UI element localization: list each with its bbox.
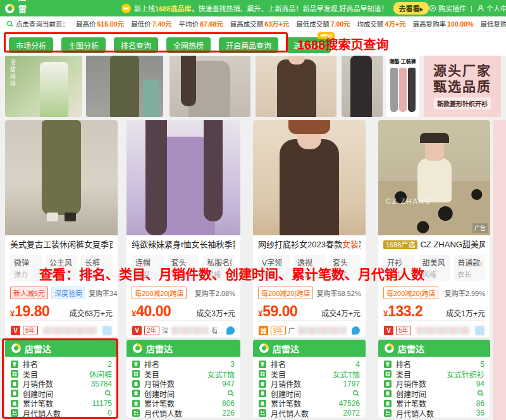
dianleida-data-panel: 店雷达 排名5 类目女式针织衫 月销件数94 创建时间 累计笔数86 月代销人数… [378, 340, 490, 417]
divider: | [471, 4, 472, 12]
product-selection-analysis-button[interactable]: 选品分析 NEW [287, 37, 331, 53]
dianleida-data-panel: 店雷达 排名4 类目女式T恤 月销件数1797 创建时间 累计笔数47526 月… [253, 340, 366, 417]
attribute-tag: 甜美风风格 [419, 255, 450, 281]
document-icon [11, 400, 18, 407]
stat-min-price: 最低价7.40元 [131, 19, 171, 28]
dianleida-logo-icon [11, 343, 21, 353]
seller-row[interactable]: V 8年 [10, 320, 113, 337]
main-image-analysis-button[interactable]: 主图分析 [61, 37, 106, 53]
product-thumbnail[interactable] [170, 56, 250, 117]
panel-title: 店雷达 [146, 342, 173, 355]
product-photo[interactable] [253, 120, 366, 235]
product-title[interactable]: 美式复古工装休闲裤女夏季百搭直筒 [10, 239, 113, 250]
go-see-button[interactable]: 去看看▸ [393, 2, 429, 15]
product-thumbnail[interactable] [86, 56, 163, 117]
grid-icon [132, 370, 140, 378]
stat-max-repurchase: 最高复购率100.00% [413, 19, 474, 28]
rank-query-button[interactable]: 排名查询 [114, 37, 158, 53]
panel-row-category: 类目女式T恤 [132, 369, 235, 380]
profile-link[interactable]: 个人中心 [477, 3, 506, 13]
seller-name-suffix: 有... [211, 325, 224, 335]
search-icon[interactable] [227, 390, 235, 397]
product-photo[interactable]: CZ ZHANG 广告 [378, 120, 490, 235]
panel-header: 店雷达 [378, 340, 490, 357]
product-title[interactable]: 纯欲辣妹紧身t恤女长袖秋季新款连帽 [132, 239, 235, 250]
seller-logo-icon [102, 326, 112, 335]
stat-avg-price: 平均价87.68元 [179, 19, 223, 28]
product-title[interactable]: 网纱打底衫女2023春款女装新款交叉 [258, 239, 361, 250]
search-icon[interactable] [352, 390, 360, 397]
repurchase-rate: 复购率2.08% [195, 288, 235, 298]
panel-header: 店雷达 [5, 340, 118, 357]
results-area: 清甜妹妹 潮酷·工装裤 源头厂家 甄选品质 [0, 56, 506, 420]
seller-years-badge: 5年 [396, 326, 411, 335]
buy-plugin-link[interactable]: 购买插件 [429, 3, 466, 13]
panel-row-category: 类目女式T恤 [259, 369, 360, 380]
header-links: 购买插件 | 个人中心 | 微信客服 [429, 2, 506, 15]
pants-graphic [390, 68, 416, 112]
trophy-icon [132, 361, 140, 368]
attribute-tag: 微弹弹力 [10, 255, 42, 281]
dianleida-logo-icon [133, 343, 142, 353]
side-ad-column [493, 120, 506, 420]
product-photo[interactable] [126, 120, 240, 235]
panel-row-create-time: 创建时间 [132, 389, 235, 399]
seller-v-icon: V [132, 326, 142, 335]
price-row: ¥ 40.00 成交3万+元 [132, 303, 235, 320]
attribute-tags: 连帽帽型 套头款式 私服名媛风格 [132, 255, 235, 281]
search-icon[interactable] [104, 390, 112, 397]
product-thumbnail[interactable]: 清甜妹妹 [5, 56, 82, 117]
ad-line1: 源头厂家 [433, 63, 491, 78]
open-product-query-button[interactable]: 开启商品查询 [219, 37, 278, 53]
market-analysis-button[interactable]: 市场分析 [9, 37, 53, 53]
coupon-row: 每200减20|跨店 复购率2.08% [132, 287, 235, 299]
search-icon[interactable] [477, 390, 484, 397]
price-row: ¥ 133.2 成交1万+元 [383, 303, 485, 320]
hot-list-button[interactable]: 全网热榜 [166, 37, 211, 53]
grid-icon [384, 370, 392, 378]
seller-row[interactable]: 诚 9年 广 [258, 320, 361, 337]
stat-max-turnover: 最高成交额63万+元 [230, 19, 289, 28]
seller-cheng-icon: 诚 [259, 326, 268, 335]
stats-prefix: 点击查询当前页： [6, 19, 69, 28]
attribute-tag: 套头款式 [168, 255, 200, 281]
coupon-row: 每200减20|跨店 复购率2.99% [383, 287, 485, 299]
turnover-amount: 成交3万+元 [196, 307, 235, 318]
product-thumbnail[interactable]: 潮酷·工装裤 [386, 56, 419, 117]
coupon-badge: 新人减5元 [10, 287, 48, 299]
product-photo[interactable] [5, 120, 118, 235]
coupon-badge: 每200减20|跨店 [383, 287, 438, 299]
document-icon [384, 400, 392, 407]
attribute-tags: V字领领型 透视款式 套头款式 [258, 255, 361, 281]
water-drop-icon [226, 326, 235, 335]
seller-name-prefix: 广 [288, 325, 295, 335]
attribute-tag: 套头款式 [329, 255, 361, 281]
supplier-ad-banner[interactable]: 源头厂家 甄选品质 新款菱形针织开衫 [424, 56, 501, 117]
panel-row-monthly-sales: 月销件数947 [132, 379, 235, 389]
panel-row-create-time: 创建时间 [11, 389, 112, 399]
panel-header: 店雷达 [126, 340, 240, 357]
product-thumbnail[interactable] [256, 56, 336, 117]
people-icon [384, 409, 392, 417]
product-price: 133.2 [388, 303, 423, 320]
seller-name-blurred [298, 326, 347, 335]
seller-row[interactable]: V 2年 深 有... [132, 320, 235, 337]
product-title[interactable]: 1688严选CZ ZHANG甜美风针织衫 [383, 239, 485, 250]
trophy-icon [259, 361, 266, 368]
attribute-tag: 公主风风格 [46, 255, 77, 281]
seller-years-badge: 2年 [144, 326, 159, 335]
seller-row[interactable]: V 5年 [383, 320, 485, 337]
grid-icon [11, 370, 18, 378]
product-thumbnail[interactable] [342, 56, 383, 117]
pants-card-label: 潮酷·工装裤 [389, 58, 416, 65]
product-card: 纯欲辣妹紧身t恤女长袖秋季新款连帽 连帽帽型 套头款式 私服名媛风格 每200减… [126, 120, 240, 337]
panel-row-total-orders: 累计笔数86 [384, 398, 484, 409]
water-drop-icon [352, 326, 360, 335]
seller-logo-icon [475, 326, 484, 335]
product-price: 19.80 [15, 303, 49, 320]
panel-row-category: 类目女式针织衫 [384, 369, 484, 380]
product-info: 纯欲辣妹紧身t恤女长袖秋季新款连帽 连帽帽型 套头款式 私服名媛风格 每200减… [126, 235, 240, 337]
target-icon [429, 4, 436, 12]
people-icon [259, 409, 266, 417]
ad-line2: 甄选品质 [433, 79, 491, 94]
